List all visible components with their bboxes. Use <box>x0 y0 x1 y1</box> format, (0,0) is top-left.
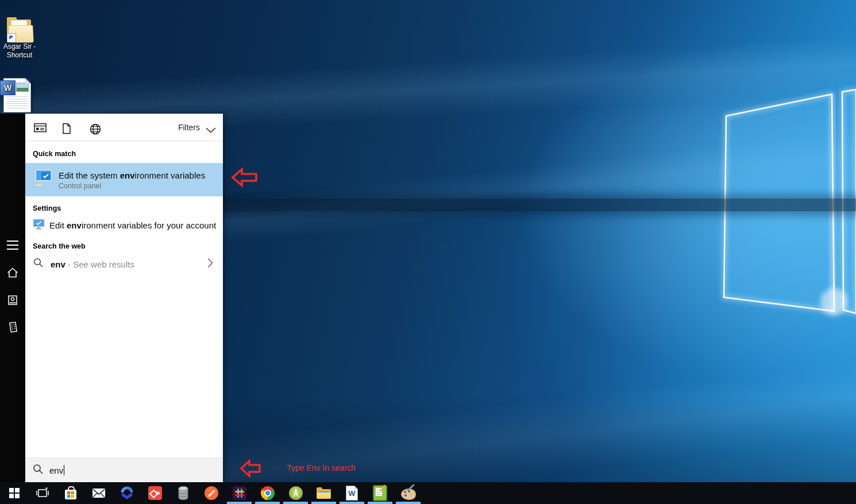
result-edit-environment-variables-account[interactable]: Edit environment variables for your acco… <box>25 216 223 234</box>
desktop-icon-folder-shortcut[interactable]: Asgar Sir - Shortcut <box>0 17 41 60</box>
folder-icon <box>317 488 331 499</box>
word-app[interactable]: W <box>338 482 366 504</box>
search-flyout-panel: Filters Quick match Edit the system envi… <box>25 114 223 482</box>
postman-icon <box>205 486 218 500</box>
search-web-header: Search the web <box>25 234 223 254</box>
yellow-folder-shortcut-icon <box>6 17 33 42</box>
paint-palette-icon <box>401 487 415 499</box>
task-view-button[interactable] <box>28 482 56 504</box>
annotation-note: Type Env In search <box>287 463 356 472</box>
start-menu-rail: ⚙ <box>0 114 25 482</box>
windows-desktop: Asgar Sir - Shortcut W ⚙ <box>0 0 856 504</box>
chevron-down-icon[interactable] <box>206 125 216 135</box>
filters-label[interactable]: Filters <box>178 123 200 132</box>
android-studio-icon <box>289 486 303 500</box>
result-edit-system-environment-variables[interactable]: Edit the system environment variables Co… <box>25 163 223 196</box>
mail-envelope-icon <box>92 488 106 498</box>
shortcut-arrow-icon <box>7 33 16 42</box>
notebook-icon[interactable] <box>0 290 25 310</box>
settings-header: Settings <box>25 196 223 216</box>
result-title: Edit environment variables for your acco… <box>49 220 216 230</box>
start-button[interactable] <box>0 482 28 504</box>
search-icon <box>33 464 44 477</box>
home-icon[interactable] <box>0 263 25 282</box>
search-icon <box>33 258 44 270</box>
database-icon <box>177 486 190 501</box>
chevron-right-icon <box>207 258 213 270</box>
paint-app[interactable] <box>394 482 422 504</box>
taskbar: » W <box>0 482 856 504</box>
documents-filter-icon[interactable] <box>61 123 72 137</box>
microsoft-store[interactable] <box>56 482 84 504</box>
search-input[interactable]: env <box>25 458 223 482</box>
desktop-icon-word-document[interactable]: W <box>0 78 39 113</box>
file-explorer[interactable] <box>310 482 338 504</box>
system-properties-icon <box>32 169 53 191</box>
notepad-pencil-icon <box>373 485 387 501</box>
document-thumbnail <box>16 83 29 92</box>
red-arrows-app[interactable]: » <box>141 482 169 504</box>
blue-gear-app[interactable] <box>113 482 141 504</box>
search-input-value: env <box>49 466 63 475</box>
notepad-plus-plus[interactable] <box>366 482 394 504</box>
red-arrows-icon: » <box>148 486 162 500</box>
menu-icon[interactable] <box>0 235 25 255</box>
word-logo: W <box>0 80 16 95</box>
mail-app[interactable] <box>84 482 113 504</box>
apps-filter-icon[interactable] <box>34 123 47 135</box>
search-filter-bar: Filters <box>25 114 223 141</box>
windows-logo-icon <box>9 488 20 498</box>
result-title: env - See web results <box>51 259 134 269</box>
quick-match-header: Quick match <box>25 142 223 161</box>
annotation-left-arrow <box>240 458 261 479</box>
postman-app[interactable] <box>197 482 225 504</box>
chrome-browser[interactable] <box>253 482 282 504</box>
store-bag-icon <box>65 490 76 499</box>
task-view-icon <box>36 487 49 499</box>
database-app[interactable] <box>169 482 197 504</box>
web-filter-icon[interactable] <box>89 123 102 138</box>
result-web-search[interactable]: env - See web results <box>25 254 223 274</box>
slack-app[interactable] <box>225 482 253 504</box>
desktop-icon-label: Shortcut <box>0 51 41 60</box>
text-cursor <box>64 465 64 475</box>
annotation-left-arrow <box>230 167 258 188</box>
word-document-icon: W <box>3 78 31 113</box>
devices-icon[interactable] <box>0 317 25 337</box>
slack-icon <box>233 486 246 500</box>
result-subtitle: Control panel <box>59 182 205 190</box>
word-icon: W <box>346 486 358 501</box>
result-title: Edit the system environment variables <box>59 170 205 180</box>
blue-gear-icon <box>119 486 134 500</box>
android-studio[interactable] <box>282 482 310 504</box>
chrome-icon <box>261 486 275 500</box>
environment-variables-icon <box>33 219 45 232</box>
desktop-icon-label: Asgar Sir - <box>0 42 41 51</box>
